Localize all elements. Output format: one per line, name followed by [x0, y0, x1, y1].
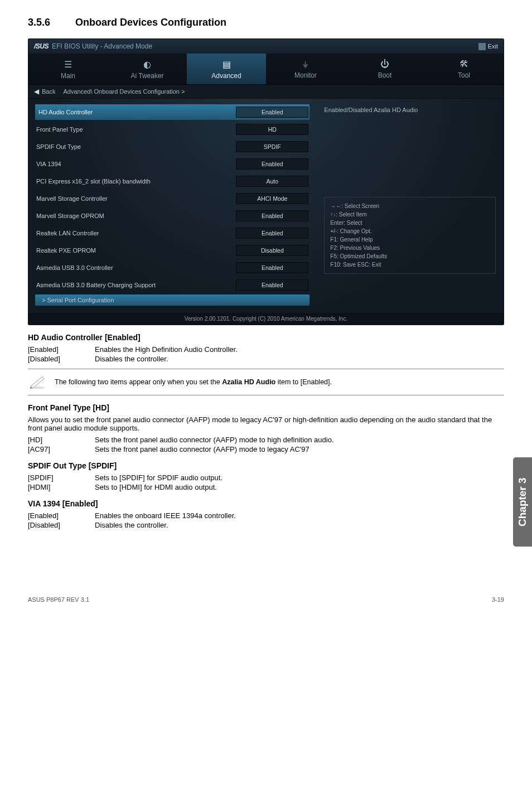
opt-key: [Disabled] [28, 521, 95, 529]
row-asmedia-usb[interactable]: Asmedia USB 3.0 Controller Enabled [35, 260, 309, 276]
row-realtek-lan-value[interactable]: Enabled [236, 228, 308, 239]
row-realtek-pxe-value[interactable]: Disabled [236, 245, 308, 256]
back-label: Back [42, 88, 55, 95]
bios-settings-panel: HD Audio Controller Enabled Front Panel … [28, 99, 316, 313]
row-spdif-label: SPDIF Out Type [36, 143, 236, 150]
help-text: Enabled/Disabled Azalia HD Audio [324, 107, 496, 113]
note-box: The following two items appear only when… [28, 369, 504, 395]
row-hd-audio[interactable]: HD Audio Controller Enabled [35, 104, 309, 120]
exit-button[interactable]: Exit [478, 43, 498, 50]
tab-boot-label: Boot [378, 71, 392, 79]
tab-monitor-label: Monitor [294, 71, 317, 79]
row-marvell-ctrl[interactable]: Marvell Storage Controller AHCI Mode [35, 191, 309, 206]
row-serial-port-label: > Serial Port Configuration [38, 297, 114, 303]
keyhelp-line: ↑↓: Select Item [330, 210, 490, 219]
page-footer: ASUS P8P67 REV 3.1 3-19 [28, 596, 504, 603]
opt-key: [Disabled] [28, 355, 95, 363]
opt-desc: Sets the front panel audio connector (AA… [95, 445, 504, 453]
row-via1394-value[interactable]: Enabled [236, 158, 308, 170]
row-spdif-value[interactable]: SPDIF [236, 141, 308, 152]
row-marvell-ctrl-label: Marvell Storage Controller [36, 195, 236, 202]
row-front-panel[interactable]: Front Panel Type HD [35, 122, 309, 137]
row-realtek-lan-label: Realtek LAN Controller [36, 230, 236, 236]
front-panel-para: Allows you to set the front panel audio … [28, 416, 504, 432]
bios-footer: Version 2.00.1201. Copyright (C) 2010 Am… [28, 313, 504, 325]
exit-icon [478, 43, 486, 50]
row-asmedia-batt-value[interactable]: Enabled [236, 279, 308, 291]
tab-tool-label: Tool [458, 71, 470, 79]
row-pcie-label: PCI Express x16_2 slot (Black) bandwidth [36, 178, 236, 185]
keyhelp-line: →←: Select Screen [330, 202, 490, 210]
tab-ai-tweaker[interactable]: ◐ Ai Tweaker [108, 54, 187, 84]
section-heading: 3.5.6 Onboard Devices Configuration [28, 17, 504, 28]
row-asmedia-batt[interactable]: Asmedia USB 3.0 Battery Charging Support… [35, 277, 309, 293]
opt-key: [SPDIF] [28, 474, 95, 482]
tab-tool[interactable]: 🛠 Tool [424, 54, 504, 84]
opt-desc: Enables the onboard IEEE 1394a controlle… [95, 511, 504, 520]
section-number: 3.5.6 [28, 17, 50, 28]
row-front-panel-value[interactable]: HD [236, 124, 308, 135]
keyhelp-line: F2: Previous Values [330, 244, 490, 252]
tab-boot[interactable]: ⏻ Boot [345, 54, 424, 84]
row-spdif[interactable]: SPDIF Out Type SPDIF [35, 139, 309, 154]
opt-key: [HD] [28, 436, 95, 444]
row-front-panel-label: Front Panel Type [36, 126, 236, 133]
opt-key: [Enabled] [28, 511, 95, 520]
opt-key: [Enabled] [28, 345, 95, 354]
breadcrumb: ◀ Back Advanced\ Onboard Devices Configu… [28, 85, 504, 99]
opt-desc: Sets to [SPDIF] for SPDIF audio output. [95, 474, 504, 482]
asus-logo: /SUS [34, 42, 49, 50]
row-marvell-ctrl-value[interactable]: AHCI Mode [236, 193, 308, 204]
row-serial-port[interactable]: > Serial Port Configuration [35, 294, 309, 306]
spdif-heading: SPDIF Out Type [SPDIF] [28, 461, 504, 470]
tab-ai-tweaker-label: Ai Tweaker [130, 72, 163, 80]
row-via1394[interactable]: VIA 1394 Enabled [35, 156, 309, 172]
opt-desc: Disables the controller. [95, 355, 504, 363]
note-prefix: The following two items appear only when… [55, 378, 222, 386]
row-hd-audio-value[interactable]: Enabled [236, 107, 308, 118]
plug-icon: ⏚ [266, 59, 345, 69]
list-icon: ☰ [28, 59, 108, 70]
footer-right: 3-19 [492, 596, 504, 603]
note-suffix: item to [Enabled]. [275, 378, 332, 386]
row-pcie[interactable]: PCI Express x16_2 slot (Black) bandwidth… [35, 173, 309, 189]
hd-audio-heading: HD Audio Controller [Enabled] [28, 333, 504, 342]
key-help: →←: Select Screen ↑↓: Select Item Enter:… [324, 197, 496, 274]
row-realtek-lan[interactable]: Realtek LAN Controller Enabled [35, 225, 309, 241]
opt-desc: Disables the controller. [95, 521, 504, 529]
pen-icon [28, 375, 47, 389]
opt-desc: Enables the High Definition Audio Contro… [95, 345, 504, 354]
row-pcie-value[interactable]: Auto [236, 176, 308, 187]
back-button[interactable]: ◀ Back [34, 88, 55, 95]
keyhelp-line: F1: General Help [330, 235, 490, 244]
tab-advanced[interactable]: ▤ Advanced [187, 54, 266, 84]
keyhelp-line: Enter: Select [330, 219, 490, 227]
section-title: Onboard Devices Configuration [75, 17, 226, 28]
tab-monitor[interactable]: ⏚ Monitor [266, 54, 345, 84]
tool-icon: 🛠 [424, 59, 504, 69]
front-panel-heading: Front Panel Type [HD] [28, 403, 504, 412]
tab-main[interactable]: ☰ Main [28, 54, 108, 84]
footer-left: ASUS P8P67 REV 3.1 [28, 596, 89, 603]
row-asmedia-batt-label: Asmedia USB 3.0 Battery Charging Support [36, 282, 236, 288]
tab-main-label: Main [61, 72, 75, 80]
row-via1394-label: VIA 1394 [36, 161, 236, 167]
gauge-icon: ◐ [108, 59, 187, 70]
bios-titlebar: /SUS EFI BIOS Utility - Advanced Mode Ex… [28, 39, 504, 54]
row-marvell-oprom-value[interactable]: Enabled [236, 210, 308, 221]
note-text: The following two items appear only when… [55, 378, 332, 386]
row-realtek-pxe-label: Realtek PXE OPROM [36, 247, 236, 254]
row-realtek-pxe[interactable]: Realtek PXE OPROM Disabled [35, 243, 309, 258]
chip-icon: ▤ [187, 59, 266, 70]
keyhelp-line: +/-: Change Opt. [330, 227, 490, 235]
opt-key: [HDMI] [28, 483, 95, 491]
chapter-side-tab: Chapter 3 [513, 457, 532, 547]
opt-desc: Sets the front panel audio connector (AA… [95, 436, 504, 444]
bios-window: /SUS EFI BIOS Utility - Advanced Mode Ex… [28, 38, 504, 325]
row-hd-audio-label: HD Audio Controller [38, 109, 236, 115]
row-marvell-oprom-label: Marvell Storage OPROM [36, 212, 236, 219]
back-arrow-icon: ◀ [34, 88, 39, 95]
tab-advanced-label: Advanced [211, 72, 241, 80]
row-asmedia-usb-value[interactable]: Enabled [236, 262, 308, 273]
row-marvell-oprom[interactable]: Marvell Storage OPROM Enabled [35, 208, 309, 224]
